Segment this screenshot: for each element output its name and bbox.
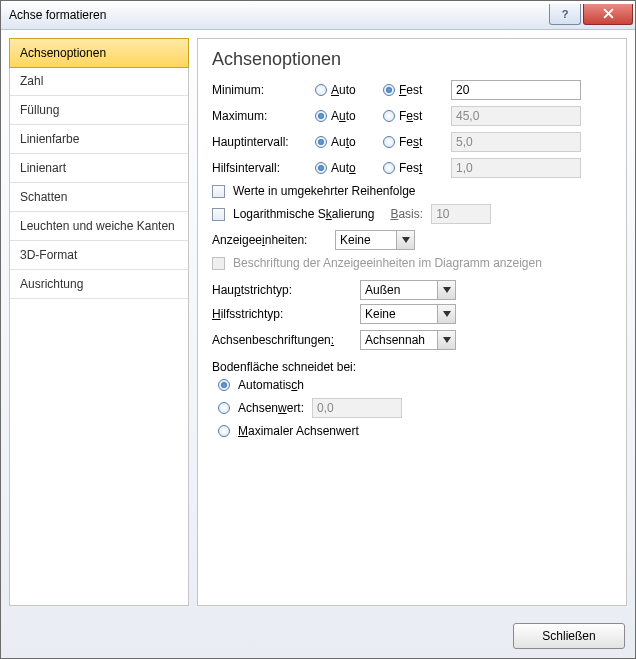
dropdown-button bbox=[396, 231, 414, 249]
sidebar-item-schatten[interactable]: Schatten bbox=[10, 183, 188, 212]
chevron-down-icon bbox=[443, 311, 451, 317]
crosses-auto-radio[interactable] bbox=[218, 379, 230, 391]
log-scale-checkbox[interactable] bbox=[212, 208, 225, 221]
close-button-label: Schließen bbox=[542, 629, 595, 643]
hilfsintervall-fest-radio[interactable] bbox=[383, 162, 395, 174]
minor-tick-select[interactable]: Keine bbox=[360, 304, 456, 324]
display-units-value: Keine bbox=[336, 233, 396, 247]
sidebar-item-ausrichtung[interactable]: Ausrichtung bbox=[10, 270, 188, 299]
maximum-auto-radio[interactable] bbox=[315, 110, 327, 122]
basis-input: 10 bbox=[431, 204, 491, 224]
minimum-auto-radio-label: Auto bbox=[331, 83, 356, 97]
maximum-auto-group: Auto bbox=[315, 109, 375, 123]
row-reverse: Werte in umgekehrter Reihenfolge bbox=[212, 184, 612, 198]
hauptintervall-auto-radio-label: Auto bbox=[331, 135, 356, 149]
hilfsintervall-auto-radio-label: Auto bbox=[331, 161, 356, 175]
crosses-value-label: Achsenwert: bbox=[238, 401, 304, 415]
basis-label: Basis: bbox=[390, 207, 423, 221]
axis-labels-select[interactable]: Achsennah bbox=[360, 330, 456, 350]
hauptintervall-fest-radio-label: Fest bbox=[399, 135, 422, 149]
dropdown-button bbox=[437, 331, 455, 349]
crosses-heading: Bodenfläche schneidet bei: bbox=[212, 360, 612, 374]
major-tick-label: Hauptstrichtyp: bbox=[212, 283, 352, 297]
display-units-label: Anzeigeeinheiten: bbox=[212, 233, 327, 247]
row-minimum: Minimum: Auto Fest 20 bbox=[212, 80, 612, 100]
reverse-checkbox[interactable] bbox=[212, 185, 225, 198]
dropdown-button bbox=[437, 305, 455, 323]
sidebar-item-label: Linienfarbe bbox=[20, 132, 79, 146]
axis-labels-label: Achsenbeschriftungen: bbox=[212, 333, 352, 347]
display-units-caption-label: Beschriftung der Anzeigeeinheiten im Dia… bbox=[233, 256, 542, 270]
maximum-label: Maximum: bbox=[212, 109, 307, 123]
display-units-select[interactable]: Keine bbox=[335, 230, 415, 250]
minimum-label: Minimum: bbox=[212, 83, 307, 97]
minimum-fest-radio[interactable] bbox=[383, 84, 395, 96]
hauptintervall-input: 5,0 bbox=[451, 132, 581, 152]
category-sidebar: Achsenoptionen Zahl Füllung Linienfarbe … bbox=[9, 38, 189, 606]
options-panel: Achsenoptionen Minimum: Auto Fest 20 Max… bbox=[197, 38, 627, 606]
hauptintervall-label: Hauptintervall: bbox=[212, 135, 307, 149]
titlebar: Achse formatieren ? bbox=[1, 1, 635, 30]
sidebar-item-linienfarbe[interactable]: Linienfarbe bbox=[10, 125, 188, 154]
log-scale-label: Logarithmische Skalierung bbox=[233, 207, 374, 221]
window-controls: ? bbox=[547, 4, 633, 26]
sidebar-item-linienart[interactable]: Linienart bbox=[10, 154, 188, 183]
hauptintervall-auto-radio[interactable] bbox=[315, 136, 327, 148]
row-maximum: Maximum: Auto Fest 45,0 bbox=[212, 106, 612, 126]
sidebar-item-label: Zahl bbox=[20, 74, 43, 88]
hilfsintervall-auto-group: Auto bbox=[315, 161, 375, 175]
sidebar-item-label: Ausrichtung bbox=[20, 277, 83, 291]
hauptintervall-fest-group: Fest bbox=[383, 135, 443, 149]
row-major-tick: Hauptstrichtyp: Außen bbox=[212, 280, 612, 300]
help-button[interactable]: ? bbox=[549, 4, 581, 25]
row-log-scale: Logarithmische Skalierung Basis: 10 bbox=[212, 204, 612, 224]
close-window-button[interactable] bbox=[583, 4, 633, 25]
crosses-max-label: Maximaler Achsenwert bbox=[238, 424, 359, 438]
sidebar-item-label: Leuchten und weiche Kanten bbox=[20, 219, 175, 233]
sidebar-item-leuchten[interactable]: Leuchten und weiche Kanten bbox=[10, 212, 188, 241]
maximum-fest-radio[interactable] bbox=[383, 110, 395, 122]
dialog-body: Achsenoptionen Zahl Füllung Linienfarbe … bbox=[1, 30, 635, 614]
display-units-caption-checkbox bbox=[212, 257, 225, 270]
minor-tick-label: Hilfsstrichtyp: bbox=[212, 307, 352, 321]
crosses-max-radio[interactable] bbox=[218, 425, 230, 437]
maximum-fest-group: Fest bbox=[383, 109, 443, 123]
hilfsintervall-fest-group: Fest bbox=[383, 161, 443, 175]
major-tick-select[interactable]: Außen bbox=[360, 280, 456, 300]
row-display-units: Anzeigeeinheiten: Keine bbox=[212, 230, 612, 250]
hilfsintervall-auto-radio[interactable] bbox=[315, 162, 327, 174]
minimum-input[interactable]: 20 bbox=[451, 80, 581, 100]
maximum-fest-radio-label: Fest bbox=[399, 109, 422, 123]
reverse-label: Werte in umgekehrter Reihenfolge bbox=[233, 184, 416, 198]
axis-labels-value: Achsennah bbox=[361, 333, 437, 347]
sidebar-item-fuellung[interactable]: Füllung bbox=[10, 96, 188, 125]
minor-tick-value: Keine bbox=[361, 307, 437, 321]
sidebar-item-label: Füllung bbox=[20, 103, 59, 117]
hauptintervall-fest-radio[interactable] bbox=[383, 136, 395, 148]
close-button[interactable]: Schließen bbox=[513, 623, 625, 649]
hauptintervall-auto-group: Auto bbox=[315, 135, 375, 149]
sidebar-item-label: Linienart bbox=[20, 161, 66, 175]
crosses-value-input: 0,0 bbox=[312, 398, 402, 418]
row-crosses-auto: Automatisch bbox=[218, 378, 612, 392]
row-hilfsintervall: Hilfsintervall: Auto Fest 1,0 bbox=[212, 158, 612, 178]
sidebar-item-zahl[interactable]: Zahl bbox=[10, 67, 188, 96]
hilfsintervall-fest-radio-label: Fest bbox=[399, 161, 422, 175]
crosses-value-radio[interactable] bbox=[218, 402, 230, 414]
hilfsintervall-input: 1,0 bbox=[451, 158, 581, 178]
row-display-units-caption: Beschriftung der Anzeigeeinheiten im Dia… bbox=[212, 256, 612, 270]
hilfsintervall-label: Hilfsintervall: bbox=[212, 161, 307, 175]
sidebar-item-3d-format[interactable]: 3D-Format bbox=[10, 241, 188, 270]
format-axis-dialog: Achse formatieren ? Achsenoptionen Zahl … bbox=[0, 0, 636, 659]
sidebar-item-label: Schatten bbox=[20, 190, 67, 204]
chevron-down-icon bbox=[402, 237, 410, 243]
panel-heading: Achsenoptionen bbox=[212, 49, 612, 70]
minimum-auto-group: Auto bbox=[315, 83, 375, 97]
chevron-down-icon bbox=[443, 287, 451, 293]
crosses-auto-label: Automatisch bbox=[238, 378, 304, 392]
minimum-auto-radio[interactable] bbox=[315, 84, 327, 96]
maximum-input: 45,0 bbox=[451, 106, 581, 126]
sidebar-item-achsenoptionen[interactable]: Achsenoptionen bbox=[9, 38, 189, 68]
dialog-footer: Schließen bbox=[1, 614, 635, 658]
minimum-fest-group: Fest bbox=[383, 83, 443, 97]
